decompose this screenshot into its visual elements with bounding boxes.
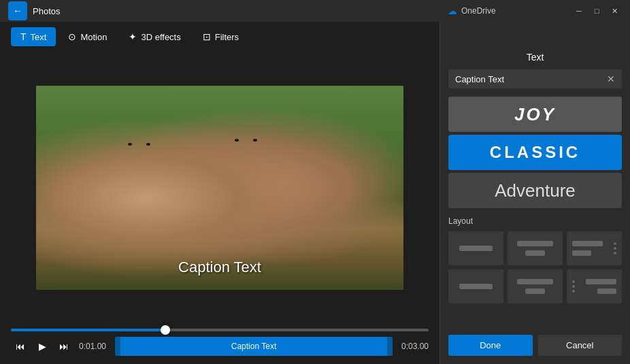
layout-bar-3a — [572, 241, 603, 246]
text-tool-label: Text — [31, 32, 47, 42]
layout-dots-3 — [614, 242, 616, 254]
clip-label: Caption Text — [231, 342, 277, 351]
style-list: JOY CLASSIC Adventure — [440, 94, 630, 211]
layout-grid-bottom — [448, 269, 622, 303]
left-panel: T Text ⊙ Motion ✦ 3D effects ⊡ Filters — [0, 22, 440, 364]
layout-dots-6 — [572, 280, 575, 293]
scrubber-thumb[interactable] — [161, 325, 170, 335]
time-start: 0:01.00 — [79, 342, 110, 351]
scrubber-bar[interactable] — [11, 329, 429, 331]
panel-footer: Done Cancel — [440, 327, 630, 364]
layout-bar-5a — [517, 279, 553, 284]
app-title: Photos — [33, 6, 60, 16]
timeline-area: ⏮ ▶ ⏭ 0:01.00 Caption Text 0:03.00 — [0, 323, 440, 364]
preview-area: Caption Text — [0, 52, 440, 323]
style-item-adventure[interactable]: Adventure — [448, 173, 622, 208]
panel-title: Text — [440, 44, 630, 69]
layout-item-4[interactable] — [448, 269, 503, 303]
motion-tool-button[interactable]: ⊙ Motion — [59, 27, 116, 46]
layout-item-6[interactable] — [567, 269, 622, 303]
clip-handle-right[interactable] — [387, 337, 393, 356]
playback-row: ⏮ ▶ ⏭ 0:01.00 Caption Text 0:03.00 — [11, 337, 429, 356]
close-button[interactable]: ✕ — [607, 3, 622, 18]
clip-handle-left[interactable] — [115, 337, 120, 356]
play-controls: ⏮ ▶ ⏭ — [11, 337, 73, 356]
toolbar: T Text ⊙ Motion ✦ 3D effects ⊡ Filters — [0, 22, 440, 52]
motion-tool-label: Motion — [80, 32, 107, 42]
layout-bar-5b — [525, 288, 544, 294]
layout-bar-6b — [597, 288, 616, 294]
onedrive-cloud-icon: ☁ — [448, 5, 457, 16]
style-item-joy[interactable]: JOY — [448, 97, 622, 132]
right-panel: Text ✕ JOY CLASSIC Adventure Layout — [440, 22, 630, 364]
text-input-row: ✕ — [448, 69, 622, 88]
scrubber-fill — [11, 329, 165, 331]
play-button[interactable]: ▶ — [33, 337, 52, 356]
main-layout: T Text ⊙ Motion ✦ 3D effects ⊡ Filters — [0, 22, 630, 364]
layout-grid-top — [448, 231, 622, 265]
onedrive-bar: ☁ OneDrive ─ □ ✕ — [440, 0, 630, 22]
layout-bar-3b — [572, 250, 591, 256]
onedrive-info: ☁ OneDrive — [448, 5, 496, 16]
threed-tool-label: 3D effects — [141, 32, 180, 42]
layout-item-1[interactable] — [448, 231, 503, 265]
layout-bar-2a — [517, 241, 553, 246]
window-controls: ─ □ ✕ — [571, 3, 622, 18]
back-button[interactable]: ← — [8, 1, 27, 20]
threed-tool-icon: ✦ — [129, 31, 137, 42]
layout-section: Layout — [440, 211, 630, 310]
rewind-button[interactable]: ⏮ — [11, 337, 30, 356]
text-tool-button[interactable]: T Text — [11, 27, 56, 46]
maximize-button[interactable]: □ — [589, 3, 604, 18]
style-item-classic[interactable]: CLASSIC — [448, 135, 622, 170]
minimize-button[interactable]: ─ — [571, 3, 586, 18]
threed-tool-button[interactable]: ✦ 3D effects — [119, 27, 190, 46]
onedrive-label: OneDrive — [461, 6, 496, 16]
dot-6-2 — [572, 285, 575, 288]
filters-tool-label: Filters — [215, 32, 239, 42]
dot-1 — [614, 242, 616, 245]
clear-button[interactable]: ✕ — [607, 73, 615, 84]
video-container: Caption Text — [36, 86, 403, 290]
layout-bar-4 — [459, 284, 493, 289]
layout-bar-1 — [459, 246, 493, 251]
dot-6-1 — [572, 280, 575, 283]
layout-item-2[interactable] — [508, 231, 563, 265]
dot-6-3 — [572, 290, 575, 293]
cancel-button[interactable]: Cancel — [538, 335, 623, 356]
motion-tool-icon: ⊙ — [68, 31, 76, 42]
dot-3 — [614, 252, 616, 254]
layout-label: Layout — [448, 216, 622, 226]
time-end: 0:03.00 — [398, 342, 429, 351]
layout-bar-6a — [586, 279, 616, 284]
forward-button[interactable]: ⏭ — [54, 337, 73, 356]
caption-overlay: Caption Text — [178, 259, 261, 276]
text-tool-icon: T — [20, 31, 27, 42]
filters-tool-button[interactable]: ⊡ Filters — [193, 27, 248, 46]
caption-text-input[interactable] — [455, 74, 607, 84]
clip-track[interactable]: Caption Text — [115, 337, 393, 356]
filters-tool-icon: ⊡ — [203, 31, 211, 42]
layout-item-5[interactable] — [508, 269, 563, 303]
done-button[interactable]: Done — [448, 335, 533, 356]
layout-bar-2b — [525, 250, 544, 256]
dot-2 — [614, 247, 616, 250]
layout-item-3[interactable] — [567, 231, 622, 265]
